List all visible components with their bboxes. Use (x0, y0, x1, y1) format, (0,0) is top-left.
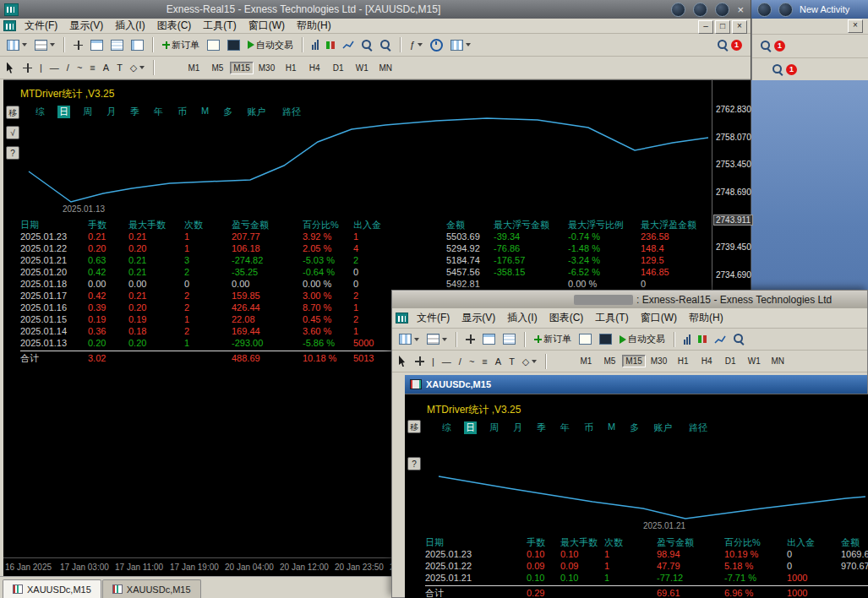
label-tool[interactable]: T (506, 355, 517, 368)
menu-item[interactable]: 图表(C) (151, 19, 198, 33)
menu-item[interactable]: 窗口(W) (635, 311, 683, 325)
cursor-tool-button[interactable] (396, 354, 410, 368)
timeframe-m30[interactable]: M30 (647, 355, 670, 367)
menu-item[interactable]: 工具(T) (589, 311, 634, 325)
second-title-bar[interactable]: : Exness-Real15 - Exness Technologies Lt… (392, 291, 867, 308)
history-center-button[interactable] (205, 38, 222, 52)
panel-side-button[interactable]: ? (6, 146, 19, 160)
auto-trading-button[interactable]: 自动交易 (245, 37, 296, 53)
panel-side-button[interactable]: √ (6, 126, 19, 139)
window-button[interactable] (757, 3, 772, 17)
timeframe-m5[interactable]: M5 (206, 62, 228, 74)
menu-item[interactable]: 工具(T) (197, 19, 242, 33)
chart-tab[interactable]: XAUUSDc,M15 (102, 579, 201, 598)
fibonacci-tool[interactable]: ~ (74, 61, 85, 74)
window-button[interactable] (778, 3, 793, 17)
new-order-button[interactable]: 新订单 (532, 331, 574, 347)
candlestick-button[interactable] (324, 38, 337, 52)
chart-tab[interactable]: XAUUSDc,M15 (3, 579, 101, 598)
panel-side-button[interactable]: 移 (6, 106, 19, 119)
shapes-tool[interactable]: ◇ (520, 355, 539, 368)
templates-button[interactable] (448, 38, 473, 52)
text-tool[interactable]: A (493, 355, 504, 368)
terminal-button[interactable] (225, 38, 243, 52)
vertical-line-tool[interactable]: | (429, 355, 437, 368)
crosshair-tool-button[interactable] (412, 355, 427, 367)
menu-item[interactable]: 显示(V) (63, 19, 109, 33)
profiles-button[interactable] (32, 38, 57, 52)
search-icon[interactable] (772, 64, 783, 75)
timeframe-m5[interactable]: M5 (598, 355, 620, 367)
trendline-tool[interactable]: / (456, 355, 464, 368)
close-icon[interactable]: × (737, 3, 744, 16)
line-chart-button[interactable] (712, 333, 729, 346)
timeframe-mn[interactable]: MN (374, 62, 396, 74)
bar-chart-button[interactable] (309, 38, 321, 52)
chart-area[interactable]: 移? MTDriver统计 ,V3.25 综日周月季年币M多账户 路径 2025… (405, 394, 868, 598)
new-chart-button[interactable] (396, 332, 422, 346)
channel-tool[interactable]: ≡ (479, 355, 489, 368)
timeframe-d1[interactable]: D1 (327, 62, 349, 74)
window-menu-button[interactable] (715, 3, 729, 17)
auto-trading-button[interactable]: 自动交易 (617, 331, 668, 347)
timeframe-mn[interactable]: MN (767, 355, 789, 367)
timeframe-h4[interactable]: H4 (696, 355, 718, 367)
label-tool[interactable]: T (114, 61, 125, 74)
main-title-bar[interactable]: Exness-Real15 - Exness Technologies Ltd … (0, 0, 751, 19)
menu-item[interactable]: 显示(V) (456, 311, 501, 325)
timeframe-w1[interactable]: W1 (351, 62, 373, 74)
close-icon[interactable]: × (848, 19, 863, 33)
text-tool[interactable]: A (101, 61, 112, 74)
fibonacci-tool[interactable]: ~ (467, 355, 477, 368)
panel-side-button[interactable]: ? (407, 457, 421, 470)
chart-window-title[interactable]: XAUUSDc,M15 (405, 375, 867, 394)
mdi-close-button[interactable]: × (732, 20, 747, 34)
menu-item[interactable]: 帮助(H) (683, 311, 729, 325)
channel-tool[interactable]: ≡ (87, 61, 97, 74)
bar-chart-button[interactable] (681, 333, 693, 346)
menu-item[interactable]: 窗口(W) (243, 19, 291, 33)
tile-windows-button[interactable] (480, 332, 498, 346)
history-center-button[interactable] (576, 332, 594, 346)
zoom-in-button[interactable] (359, 38, 375, 52)
timeframe-m1[interactable]: M1 (575, 355, 597, 367)
market-watch-button[interactable] (108, 38, 126, 52)
profiles-button[interactable] (424, 332, 450, 346)
new-chart-button[interactable] (4, 38, 30, 52)
maximize-button[interactable] (693, 3, 707, 17)
timeframe-m15[interactable]: M15 (230, 62, 253, 74)
vertical-line-tool[interactable]: | (37, 61, 45, 74)
timeframe-m1[interactable]: M1 (183, 62, 205, 74)
navigator-button[interactable] (128, 38, 146, 52)
cursor-tool-button[interactable] (4, 61, 18, 75)
timeframe-h1[interactable]: H1 (672, 355, 694, 367)
horizontal-line-tool[interactable]: — (439, 355, 454, 368)
minimize-button[interactable] (671, 3, 685, 17)
periods-button[interactable] (428, 37, 445, 53)
crosshair-tool-button[interactable] (20, 62, 35, 74)
timeframe-m15[interactable]: M15 (622, 355, 645, 367)
panel-side-button[interactable]: 移 (407, 420, 421, 433)
menu-item[interactable]: 图表(C) (543, 311, 590, 325)
shapes-tool[interactable]: ◇ (128, 61, 147, 74)
search-icon[interactable] (761, 41, 772, 52)
timeframe-d1[interactable]: D1 (719, 355, 741, 367)
timeframe-h1[interactable]: H1 (280, 62, 302, 74)
crosshair-move-button[interactable] (463, 333, 478, 345)
tile-windows-button[interactable] (88, 38, 106, 52)
candlestick-button[interactable] (696, 333, 709, 346)
horizontal-line-tool[interactable]: — (47, 61, 62, 74)
timeframe-m30[interactable]: M30 (255, 62, 278, 74)
mdi-minimize-button[interactable]: – (698, 20, 713, 34)
market-watch-button[interactable] (500, 332, 518, 346)
indicators-button[interactable]: ƒ (407, 38, 425, 52)
zoom-out-button[interactable] (378, 38, 394, 52)
mdi-restore-button[interactable]: □ (715, 20, 730, 34)
search-icon[interactable] (718, 40, 729, 51)
new-order-button[interactable]: 新订单 (160, 37, 202, 53)
menu-item[interactable]: 插入(I) (109, 19, 150, 33)
trendline-tool[interactable]: / (64, 61, 72, 74)
line-chart-button[interactable] (340, 38, 357, 52)
menu-item[interactable]: 文件(F) (411, 311, 456, 325)
crosshair-move-button[interactable] (71, 39, 85, 52)
